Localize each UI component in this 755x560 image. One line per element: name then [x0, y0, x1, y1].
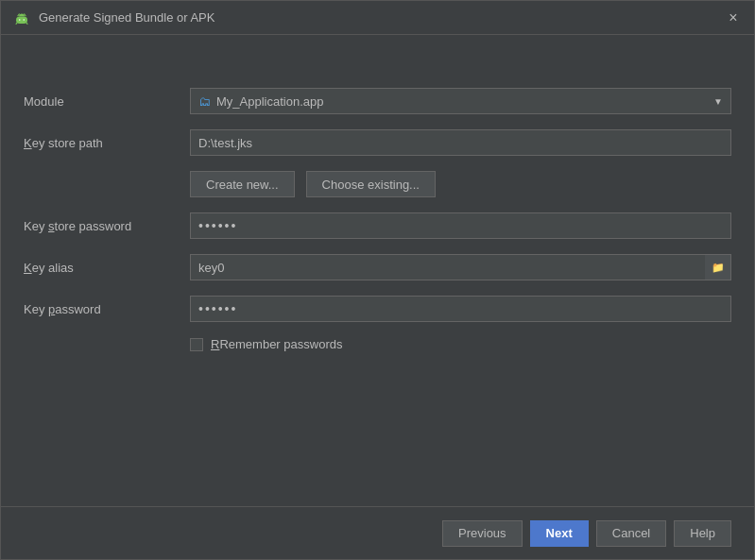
create-new-button[interactable]: Create new... — [190, 171, 295, 197]
keystore-path-label-text: Key store path — [24, 136, 103, 150]
key-alias-input-wrapper: 📁 — [190, 254, 731, 280]
svg-point-1 — [19, 19, 21, 21]
key-password-row: Key password — [24, 296, 731, 322]
remember-checkbox[interactable] — [190, 338, 203, 351]
title-bar: Generate Signed Bundle or APK × — [1, 1, 754, 35]
keystore-label-rest: ey store path — [32, 136, 103, 150]
dropdown-arrow-icon: ▼ — [713, 96, 723, 107]
footer: Previous Next Cancel Help — [1, 506, 754, 559]
module-folder-icon: 🗂 — [198, 94, 211, 109]
key-alias-label-k: K — [24, 261, 32, 275]
cancel-button[interactable]: Cancel — [596, 520, 666, 547]
svg-point-2 — [24, 19, 26, 21]
key-alias-browse-button[interactable]: 📁 — [705, 254, 731, 280]
module-select[interactable]: 🗂 My_Application.app ▼ — [190, 88, 731, 114]
ksp-label-k: Key — [24, 219, 48, 233]
module-value: My_Application.app — [216, 94, 323, 109]
module-row: Module 🗂 My_Application.app ▼ — [24, 88, 731, 114]
dialog-content: Module 🗂 My_Application.app ▼ Key store … — [1, 35, 754, 506]
choose-existing-button[interactable]: Choose existing... — [306, 171, 436, 197]
keystore-path-input[interactable] — [190, 129, 731, 156]
svg-rect-0 — [16, 16, 27, 24]
previous-button[interactable]: Previous — [442, 520, 523, 547]
keystore-password-label: Key store password — [24, 219, 175, 233]
close-button[interactable]: × — [724, 8, 743, 27]
keystore-password-row: Key store password — [24, 212, 731, 239]
next-button[interactable]: Next — [530, 520, 589, 547]
key-password-input[interactable] — [190, 296, 731, 322]
key-alias-row: Key alias 📁 — [24, 254, 731, 280]
ksp-label-rest: tore password — [55, 219, 132, 233]
dialog-title: Generate Signed Bundle or APK — [39, 10, 214, 25]
remember-label-r: R — [211, 337, 219, 351]
android-icon — [12, 8, 31, 27]
key-alias-label: Key alias — [24, 261, 175, 275]
top-spacer — [24, 54, 731, 73]
keystore-path-label: Key store path — [24, 136, 175, 150]
keystore-path-row: Key store path — [24, 129, 731, 156]
module-select-inner: 🗂 My_Application.app — [198, 94, 323, 109]
remember-label[interactable]: RRemember passwords — [211, 337, 342, 351]
keystore-password-input[interactable] — [190, 212, 731, 239]
kp-label-key: Key — [24, 302, 48, 316]
keystore-buttons-row: Create new... Choose existing... — [24, 171, 731, 197]
key-password-label: Key password — [24, 302, 175, 316]
dialog: Generate Signed Bundle or APK × Module 🗂… — [0, 0, 755, 560]
folder-icon: 📁 — [712, 262, 725, 274]
help-button[interactable]: Help — [674, 520, 731, 547]
key-alias-input[interactable] — [190, 254, 731, 280]
remember-label-rest: Remember passwords — [219, 337, 342, 351]
keystore-label-underline: K — [24, 136, 32, 150]
title-bar-left: Generate Signed Bundle or APK — [12, 8, 214, 27]
kp-label-rest: assword — [55, 302, 100, 316]
remember-row: RRemember passwords — [24, 337, 731, 351]
key-alias-label-rest: ey alias — [32, 261, 74, 275]
module-label: Module — [24, 94, 175, 109]
